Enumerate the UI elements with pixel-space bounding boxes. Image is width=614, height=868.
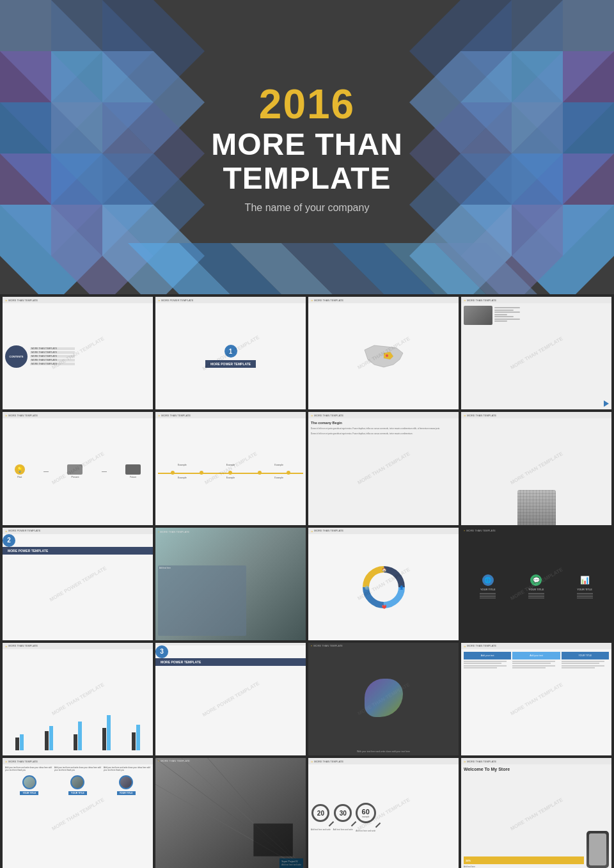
section2-banner: MORE POWER TEMPLATE <box>3 547 153 555</box>
circle-photo-1 <box>22 775 36 789</box>
phone-screen <box>589 833 606 865</box>
magnifier-num-3: 60 <box>362 808 370 816</box>
slide-19-header: » MORE THAN TEMPLATE <box>308 758 459 764</box>
contents-area: CONTENTS MORE THAN TEMPLATE MORE THAN TE… <box>3 303 153 409</box>
slide-11-circular[interactable]: » MORE THAN TEMPLATE 🏠 👤 ❤️ ⚙️ MORE THAN… <box>308 528 459 640</box>
slide-8-person[interactable]: » MORE THAN TEMPLATE MORE THAN TEMPLATE <box>461 412 611 525</box>
section3-banner: MORE POWER TEMPLATE <box>155 658 306 666</box>
header-arrow: » <box>464 298 466 302</box>
text-line <box>494 310 514 311</box>
slide-10-photo[interactable]: » MORE THAN TEMPLATE Add text here <box>155 528 306 640</box>
watermark: MORE POWER TEMPLATE <box>48 565 107 602</box>
hero-section: 2016 MORE THAN TEMPLATE The name of your… <box>0 0 614 294</box>
col-title-1: YOUR TITLE <box>480 588 496 591</box>
col-body-1 <box>464 661 511 669</box>
header-arrow: » <box>464 644 466 648</box>
section3-center: 3 MORE POWER TEMPLATE <box>155 645 306 666</box>
text-line <box>494 316 514 317</box>
list-item: MORE THAN TEMPLATE <box>30 347 75 350</box>
text-line <box>512 663 550 664</box>
slide-17-circles[interactable]: » MORE THAN TEMPLATE Add your text here … <box>3 758 153 868</box>
timeline-dots <box>158 471 303 475</box>
section2-center: 2 MORE POWER TEMPLATE <box>3 534 153 555</box>
header-arrow: » <box>464 759 466 763</box>
slide-2-section1[interactable]: » MORE POWER TEMPLATE 1 MORE POWER TEMPL… <box>155 297 306 409</box>
building-svg <box>155 758 306 868</box>
slide-13-barchart[interactable]: » MORE THAN TEMPLATE <box>3 643 153 755</box>
slide-12-dark-icons[interactable]: » MORE THAN TEMPLATE 🌐 YOUR TITLE 💬 YOUR… <box>461 528 611 640</box>
slide-14-section3[interactable]: 3 MORE POWER TEMPLATE MORE POWER TEMPLAT… <box>155 643 306 755</box>
arrow-connector <box>43 471 49 472</box>
slide-1-contents[interactable]: » MORE THAN TEMPLATE CONTENTS MORE THAN … <box>3 297 153 409</box>
store-stats: 34% Add text here <box>464 856 584 868</box>
text-line <box>512 667 546 668</box>
bar <box>74 734 77 750</box>
text-line <box>528 598 544 599</box>
slide-9-section2[interactable]: » MORE POWER TEMPLATE 2 MORE POWER TEMPL… <box>3 528 153 640</box>
globe-icon: 🌐 <box>482 574 494 586</box>
timeline-line-container <box>158 469 303 474</box>
text-line <box>562 663 599 664</box>
slide-15-brain[interactable]: » MORE THAN TEMPLATE With your text here… <box>308 643 459 755</box>
your-title-2: YOUR TITLE <box>68 791 87 795</box>
magnifier-1: 20 Add text here and write <box>311 804 331 831</box>
text-line <box>562 661 604 662</box>
slide-6-timeline[interactable]: » MORE THAN TEMPLATE Example Example Exa… <box>155 412 306 525</box>
icon-present: Present <box>67 464 83 478</box>
slide-5-icons[interactable]: » MORE THAN TEMPLATE 💡 Past Present Futu… <box>3 412 153 525</box>
timeline-bottom-labels: Example Example Example <box>158 477 303 479</box>
laptop-image <box>464 306 492 325</box>
slide-20-store[interactable]: » MORE THAN TEMPLATE Welcome To My Store… <box>461 758 611 868</box>
laptop-area <box>461 303 611 409</box>
hero-subtitle: The name of your company <box>211 202 403 214</box>
bar <box>107 715 111 750</box>
magnifier-label: Add text here and write <box>311 828 331 831</box>
slide-16-columns[interactable]: » MORE THAN TEMPLATE Add your text Add y… <box>461 643 611 755</box>
col-body-3 <box>562 661 609 669</box>
slide-17-header: » MORE THAN TEMPLATE <box>3 758 153 764</box>
section-center: 1 MORE POWER TEMPLATE <box>155 303 306 409</box>
header-arrow: » <box>464 413 466 417</box>
header-arrow: » <box>311 298 313 302</box>
icon-grid: 🌐 YOUR TITLE 💬 YOUR TITLE <box>461 533 611 640</box>
header-arrow: » <box>158 413 160 417</box>
bar-group <box>15 734 24 750</box>
slide-19-magnifiers[interactable]: » MORE THAN TEMPLATE 20 Add text here an… <box>308 758 459 868</box>
icon-col-3: 📊 YOUR TITLE <box>577 574 593 599</box>
photo-content: Add text here <box>155 533 306 638</box>
col-body-2 <box>512 661 560 669</box>
slide-4-laptop[interactable]: » MORE THAN TEMPLATE MORE THAN TEMPLATE <box>461 297 611 409</box>
text-line <box>480 595 496 596</box>
magnifier-num-1: 20 <box>317 810 324 817</box>
photo-text-left: Add text here <box>158 565 246 635</box>
bar-group <box>74 722 82 750</box>
header-arrow: » <box>5 298 7 302</box>
circles-row <box>5 774 150 789</box>
header-arrow: » <box>5 759 7 763</box>
text-line <box>577 598 593 599</box>
slides-grid: » MORE THAN TEMPLATE CONTENTS MORE THAN … <box>0 294 614 868</box>
magnifier-label-2: Add text here and write <box>333 828 353 831</box>
hero-content: 2016 MORE THAN TEMPLATE The name of your… <box>211 81 403 214</box>
text-line <box>494 320 507 322</box>
slide-6-header: » MORE THAN TEMPLATE <box>155 412 306 418</box>
brain-area <box>308 649 459 748</box>
hero-year: 2016 <box>211 81 403 128</box>
store-title: Welcome To My Store <box>461 764 611 774</box>
watermark: MORE POWER TEMPLATE <box>201 681 260 718</box>
stat-label: Add text here <box>464 865 584 868</box>
pixel-overlay <box>517 490 556 525</box>
list-item: MORE THAN TEMPLATE <box>30 355 75 358</box>
bar <box>132 732 136 750</box>
photo-bg: » MORE THAN TEMPLATE Add text here <box>155 528 306 640</box>
circle-photo-2 <box>70 775 84 789</box>
slide-7-text[interactable]: » MORE THAN TEMPLATE The comany Begin Do… <box>308 412 459 525</box>
magnifier-num-2: 30 <box>340 810 347 817</box>
timeline-dot <box>228 471 232 475</box>
svg-text:⚙️: ⚙️ <box>364 585 369 590</box>
slide-18-building[interactable]: » MORE THAN TEMPLATE Super Project IV Ad… <box>155 758 306 868</box>
bar-group <box>102 715 111 750</box>
text-line <box>528 593 544 594</box>
slide-3-map[interactable]: » MORE THAN TEMPLATE MORE THAN TEMPLATE <box>308 297 459 409</box>
col-item-2: Add your text <box>512 652 560 753</box>
